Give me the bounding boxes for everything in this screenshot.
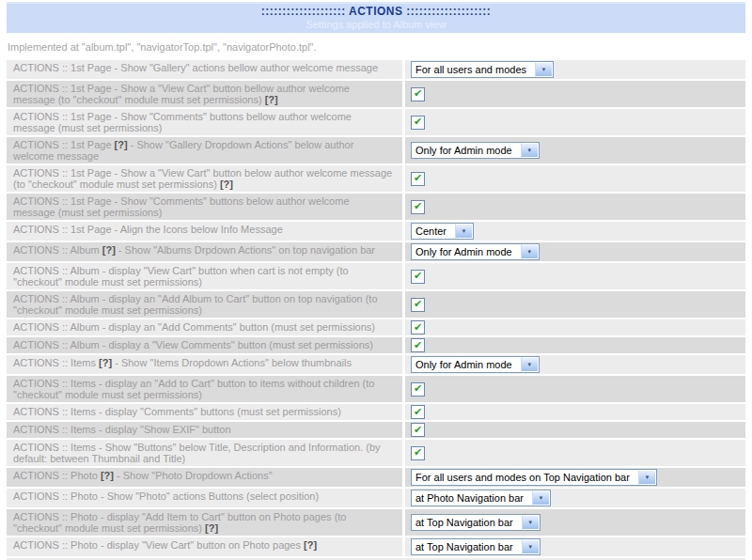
checkmark-icon: ✔ xyxy=(414,425,422,435)
settings-row: ACTIONS :: Album [?] - Show "Albums Drpd… xyxy=(7,242,745,261)
setting-select[interactable]: Only for Admin mode ▼ xyxy=(411,243,540,260)
setting-checkbox[interactable]: ✔ xyxy=(411,320,425,334)
setting-checkbox[interactable]: ✔ xyxy=(411,270,425,284)
setting-label: ACTIONS :: Album - display a "View Comme… xyxy=(7,337,402,353)
setting-label: ACTIONS :: Photo - display "Add Item to … xyxy=(7,509,402,536)
setting-checkbox[interactable]: ✔ xyxy=(411,382,425,397)
select-value: Only for Admin mode xyxy=(412,244,521,259)
setting-label: ACTIONS :: Items - display "Comments" bu… xyxy=(7,404,402,420)
settings-row: ACTIONS :: Album - display "View Cart" b… xyxy=(7,263,745,289)
setting-label: ACTIONS :: Album - display "View Cart" b… xyxy=(7,263,402,289)
select-value: at Photo Navigation bar xyxy=(412,490,532,506)
checkmark-icon: ✔ xyxy=(414,447,422,458)
settings-row: ACTIONS :: Items - display "Show EXIF" b… xyxy=(7,422,745,438)
settings-row: ACTIONS :: 1st Page - Show a "View Cart"… xyxy=(7,81,745,107)
chevron-down-icon: ▼ xyxy=(521,143,539,158)
checkmark-icon: ✔ xyxy=(414,173,422,183)
chevron-down-icon: ▼ xyxy=(455,224,473,239)
setting-select[interactable]: For all users and modes on Top Navigatio… xyxy=(411,469,657,486)
select-value: at Top Navigation bar xyxy=(412,539,522,554)
setting-select[interactable]: For all users and modes ▼ xyxy=(411,61,554,78)
settings-row: ACTIONS :: 1st Page - Show "Comments" bu… xyxy=(7,194,745,220)
setting-select[interactable]: Only for Admin mode ▼ xyxy=(411,142,540,159)
settings-row: ACTIONS :: Items [?] - Show "Items Dropd… xyxy=(7,355,745,374)
settings-row: ACTIONS :: 1st Page - Show "Gallery" act… xyxy=(7,60,745,79)
setting-label: ACTIONS :: 1st Page - Show "Comments" bu… xyxy=(7,109,402,135)
settings-row: ACTIONS :: Photo - display "View Cart" b… xyxy=(7,537,745,556)
select-value: Only for Admin mode xyxy=(412,357,521,372)
setting-label: ACTIONS :: 1st Page - Show a "View Cart"… xyxy=(7,81,402,107)
setting-select[interactable]: Only for Admin mode ▼ xyxy=(411,356,540,373)
settings-row: ACTIONS :: Items - display an "Add to Ca… xyxy=(7,376,745,402)
select-value: Only for Admin mode xyxy=(412,143,521,158)
setting-label: ACTIONS :: Album [?] - Show "Albums Drpd… xyxy=(7,242,402,261)
checkmark-icon: ✔ xyxy=(414,322,422,333)
setting-select[interactable]: Center ▼ xyxy=(411,223,474,240)
setting-label: ACTIONS :: Items - display "Show EXIF" b… xyxy=(7,422,402,438)
setting-label: ACTIONS :: Items - Show "Buttons" below … xyxy=(7,440,402,466)
checkmark-icon: ✔ xyxy=(414,271,422,281)
setting-checkbox[interactable]: ✔ xyxy=(411,338,425,352)
setting-control-cell: ✔ xyxy=(405,165,745,192)
setting-checkbox[interactable]: ✔ xyxy=(411,200,425,214)
setting-control-cell: at Top Navigation bar ▼ xyxy=(405,537,745,556)
setting-control-cell: ✔ xyxy=(405,81,745,107)
settings-row: ACTIONS :: 1st Page - Align the Icons be… xyxy=(7,222,745,241)
setting-control-cell: ✔ xyxy=(405,291,745,318)
settings-row: ACTIONS :: Photo - Show "Photo" actions … xyxy=(7,489,745,507)
setting-control-cell: ✔ xyxy=(405,440,745,466)
setting-control-cell: ✔ xyxy=(405,263,745,289)
settings-row: ACTIONS :: Album - display an "Add Album… xyxy=(7,291,745,318)
checkmark-icon: ✔ xyxy=(414,340,422,350)
setting-control-cell: Only for Admin mode ▼ xyxy=(405,242,745,261)
select-value: For all users and modes on Top Navigatio… xyxy=(412,470,638,485)
settings-row: ACTIONS :: Album - display an "Add Comme… xyxy=(7,319,745,335)
setting-checkbox[interactable]: ✔ xyxy=(411,423,425,437)
setting-label: ACTIONS :: Photo [?] - Show "Photo Dropd… xyxy=(7,468,402,487)
settings-row: ACTIONS :: Photo [?] - Show "Photo Dropd… xyxy=(7,468,745,487)
setting-control-cell: Center ▼ xyxy=(405,222,745,241)
settings-row: ACTIONS :: Photo - display "Add Item to … xyxy=(7,509,745,536)
settings-row: ACTIONS :: 1st Page [?] - Show "Gallery … xyxy=(7,137,745,163)
setting-checkbox[interactable]: ✔ xyxy=(411,172,425,186)
setting-checkbox[interactable]: ✔ xyxy=(411,87,425,101)
chevron-down-icon: ▼ xyxy=(522,539,540,554)
page-subtitle: Settings applied to Album view xyxy=(7,19,745,30)
setting-select[interactable]: at Top Navigation bar ▼ xyxy=(411,514,540,531)
page-header: :::::::::::::::::::: ACTIONS :::::::::::… xyxy=(7,2,745,33)
setting-label: ACTIONS :: Album - display an "Add Album… xyxy=(7,291,402,318)
setting-control-cell: For all users and modes ▼ xyxy=(405,60,745,79)
setting-control-cell: For all users and modes on Top Navigatio… xyxy=(405,468,745,487)
checkmark-icon: ✔ xyxy=(414,88,422,99)
setting-label: ACTIONS :: Items - display an "Add to Ca… xyxy=(7,376,402,402)
checkmark-icon: ✔ xyxy=(414,299,422,309)
setting-checkbox[interactable]: ✔ xyxy=(411,405,425,419)
settings-row: ACTIONS :: Album - display a "View Comme… xyxy=(7,337,745,353)
setting-control-cell: at Top Navigation bar ▼ xyxy=(405,509,745,536)
setting-select[interactable]: at Top Navigation bar ▼ xyxy=(411,538,540,555)
setting-label: ACTIONS :: 1st Page - Show "Gallery" act… xyxy=(7,60,402,79)
setting-checkbox[interactable]: ✔ xyxy=(411,116,425,130)
implementation-note: Implemented at "album.tpl", "navigatorTo… xyxy=(8,41,745,54)
setting-control-cell: Only for Admin mode ▼ xyxy=(405,355,745,374)
setting-label: ACTIONS :: 1st Page [?] - Show "Gallery … xyxy=(7,137,402,163)
chevron-down-icon: ▼ xyxy=(521,357,539,372)
setting-label: ACTIONS :: Items [?] - Show "Items Dropd… xyxy=(7,355,402,374)
setting-label: ACTIONS :: Album - display an "Add Comme… xyxy=(7,319,402,335)
setting-select[interactable]: at Photo Navigation bar ▼ xyxy=(411,490,551,506)
settings-row: ACTIONS :: Items - Show "Buttons" below … xyxy=(7,440,745,466)
setting-control-cell: ✔ xyxy=(405,109,745,135)
setting-checkbox[interactable]: ✔ xyxy=(411,298,425,312)
chevron-down-icon: ▼ xyxy=(532,490,550,506)
settings-rows: ACTIONS :: 1st Page - Show "Gallery" act… xyxy=(7,60,745,556)
chevron-down-icon: ▼ xyxy=(535,62,553,77)
page-title: :::::::::::::::::::: ACTIONS :::::::::::… xyxy=(7,6,745,18)
setting-label: ACTIONS :: 1st Page - Align the Icons be… xyxy=(7,222,402,241)
setting-checkbox[interactable]: ✔ xyxy=(411,446,425,460)
setting-control-cell: ✔ xyxy=(405,404,745,420)
setting-control-cell: ✔ xyxy=(405,319,745,335)
checkmark-icon: ✔ xyxy=(414,201,422,211)
setting-label: ACTIONS :: 1st Page - Show a "View Cart"… xyxy=(7,165,402,192)
setting-label: ACTIONS :: Photo - display "View Cart" b… xyxy=(7,537,402,556)
setting-control-cell: ✔ xyxy=(405,194,745,220)
